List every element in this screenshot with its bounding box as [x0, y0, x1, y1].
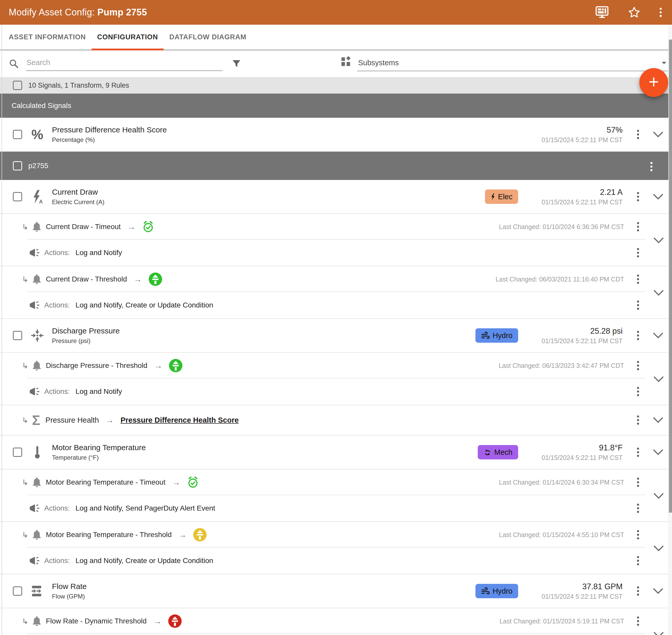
favorite-star-icon[interactable]: [628, 6, 640, 19]
add-button[interactable]: +: [639, 68, 668, 97]
rule-menu-icon[interactable]: [637, 361, 639, 370]
rule-row-motor-bearing-temperature-threshold: ↳Motor Bearing Temperature - Threshold→L…: [0, 522, 672, 548]
subsystem-badge-hydro[interactable]: Hydro: [476, 328, 518, 343]
corner-arrow-icon: ↳: [22, 617, 28, 626]
signal-row-pressure-difference-health-score: %Pressure Difference Health ScorePercent…: [0, 118, 672, 152]
signal-checkbox[interactable]: [13, 130, 22, 139]
scrollbar[interactable]: [668, 25, 672, 635]
signal-timestamp: 01/15/2024 5:22:11 PM CST: [518, 136, 623, 144]
section-menu-icon[interactable]: [650, 162, 652, 171]
chevron-down-icon[interactable]: [652, 376, 665, 383]
chevron-down-icon[interactable]: [653, 449, 663, 456]
actions-menu-icon[interactable]: [637, 556, 639, 565]
scrollbar-thumb[interactable]: [669, 40, 672, 512]
select-all-checkbox[interactable]: [13, 81, 22, 90]
signal-menu-icon[interactable]: [637, 192, 639, 201]
rule-row-motor-bearing-temperature-timeout: ↳Motor Bearing Temperature - Timeout→Las…: [0, 469, 672, 495]
bell-icon: [32, 221, 42, 232]
right-arrow-icon: →: [134, 275, 142, 284]
filter-funnel-icon[interactable]: [232, 59, 241, 68]
chevron-down-icon[interactable]: [652, 492, 665, 500]
rule-menu-icon[interactable]: [637, 275, 639, 284]
actions-label: Actions:: [44, 248, 70, 257]
tab-dataflow-diagram[interactable]: DATAFLOW DIAGRAM: [164, 25, 252, 50]
signal-checkbox[interactable]: [13, 331, 22, 340]
header-overflow-menu-icon[interactable]: [660, 8, 662, 17]
rule-status-arrow-up-icon: [169, 359, 183, 372]
signal-name: Flow Rate: [52, 582, 87, 591]
rule-menu-icon[interactable]: [637, 222, 639, 232]
page-title-prefix: Modify Asset Config:: [9, 7, 95, 18]
rule-menu-icon[interactable]: [637, 530, 639, 539]
signal-name: Discharge Pressure: [52, 327, 120, 335]
search-input[interactable]: [26, 57, 223, 71]
chevron-down-icon[interactable]: [652, 631, 665, 635]
plus-icon: +: [649, 73, 659, 91]
rule-menu-icon[interactable]: [637, 616, 639, 626]
transform-menu-icon[interactable]: [637, 415, 639, 425]
chevron-down-icon[interactable]: [652, 237, 665, 244]
signal-menu-icon[interactable]: [637, 447, 639, 457]
actions-value: Log and Notify: [76, 248, 122, 257]
rule-row-discharge-pressure-threshold: ↳Discharge Pressure - Threshold→Last Cha…: [0, 353, 672, 378]
signal-menu-icon[interactable]: [637, 331, 639, 340]
chevron-down-icon[interactable]: [653, 194, 663, 200]
rule-last-changed: Last Changed: 01/15/2024 4:55:10 PM CST: [499, 531, 624, 539]
chevron-down-icon[interactable]: [653, 332, 663, 339]
megaphone-icon: [29, 504, 40, 513]
rule-status-alarm-check-icon: [142, 221, 154, 233]
rule-status-arrow-up-icon: [168, 614, 182, 628]
actions-value: Log and Notify, Send PagerDuty Alert Eve…: [76, 504, 215, 512]
chevron-down-icon[interactable]: [653, 417, 663, 423]
actions-menu-icon[interactable]: [637, 248, 639, 257]
signal-value: 91.8°F: [518, 443, 623, 453]
tab-asset-information[interactable]: ASSET INFORMATION: [3, 25, 91, 50]
chevron-down-icon[interactable]: [653, 131, 663, 138]
tab-configuration[interactable]: CONFIGURATION: [91, 25, 164, 50]
signal-timestamp: 01/15/2024 5:22:11 PM CST: [518, 198, 623, 206]
app-header: Modify Asset Config: Pump 2755: [0, 0, 672, 25]
subsystem-badge-mech[interactable]: Mech: [478, 445, 518, 459]
subsystem-badge-hydro[interactable]: Hydro: [476, 584, 518, 598]
subsystems-dropdown[interactable]: Subsystems: [357, 57, 668, 71]
electric-bolt-amp-icon: A: [29, 190, 45, 204]
megaphone-icon: [29, 248, 40, 257]
signal-name: Current Draw: [52, 188, 104, 196]
rule-name: Motor Bearing Temperature - Timeout: [46, 478, 165, 486]
badge-label: Elec: [498, 193, 512, 201]
chevron-down-icon[interactable]: [652, 289, 665, 297]
transform-target-link[interactable]: Pressure Difference Health Score: [120, 416, 238, 424]
signal-checkbox[interactable]: [13, 192, 22, 201]
rule-menu-icon[interactable]: [637, 478, 639, 487]
tab-bar: ASSET INFORMATION CONFIGURATION DATAFLOW…: [0, 25, 672, 50]
app-window: Modify Asset Config: Pump 2755 ASSET INF…: [0, 0, 672, 635]
section-checkbox[interactable]: [13, 161, 22, 171]
signal-value: 25.28 psi: [518, 327, 623, 336]
search-icon: [8, 58, 19, 69]
dashboard-monitor-icon[interactable]: [595, 6, 609, 19]
actions-menu-icon[interactable]: [637, 387, 639, 396]
page-title: Modify Asset Config: Pump 2755: [9, 7, 147, 18]
signal-row-motor-bearing-temperature: Motor Bearing TemperatureTemperature (°F…: [0, 436, 672, 469]
signal-name: Pressure Difference Health Score: [52, 126, 167, 134]
signal-checkbox[interactable]: [13, 586, 22, 596]
rule-actions-row: Actions:Log and Notify: [0, 240, 672, 266]
bell-icon: [32, 360, 42, 371]
corner-arrow-icon: ↳: [22, 275, 28, 284]
chevron-down-icon[interactable]: [652, 545, 665, 552]
rule-name: Motor Bearing Temperature - Threshold: [46, 531, 172, 539]
signal-menu-icon[interactable]: [637, 130, 639, 139]
actions-menu-icon[interactable]: [637, 301, 639, 310]
signal-menu-icon[interactable]: [637, 586, 639, 596]
rule-last-changed: Last Changed: 01/10/2024 6:36:36 PM CST: [499, 223, 624, 231]
bell-icon: [32, 274, 42, 285]
subsystem-badge-elec[interactable]: Elec: [485, 190, 518, 204]
actions-menu-icon[interactable]: [637, 504, 639, 513]
signal-checkbox[interactable]: [13, 447, 22, 457]
chevron-down-icon[interactable]: [653, 588, 663, 594]
air-icon: [481, 332, 490, 340]
air-icon: [481, 587, 490, 595]
corner-arrow-icon: ↳: [22, 478, 28, 487]
signal-row-current-draw: ACurrent DrawElectric Current (A)Elec2.2…: [0, 180, 672, 214]
corner-arrow-icon: ↳: [22, 416, 28, 425]
